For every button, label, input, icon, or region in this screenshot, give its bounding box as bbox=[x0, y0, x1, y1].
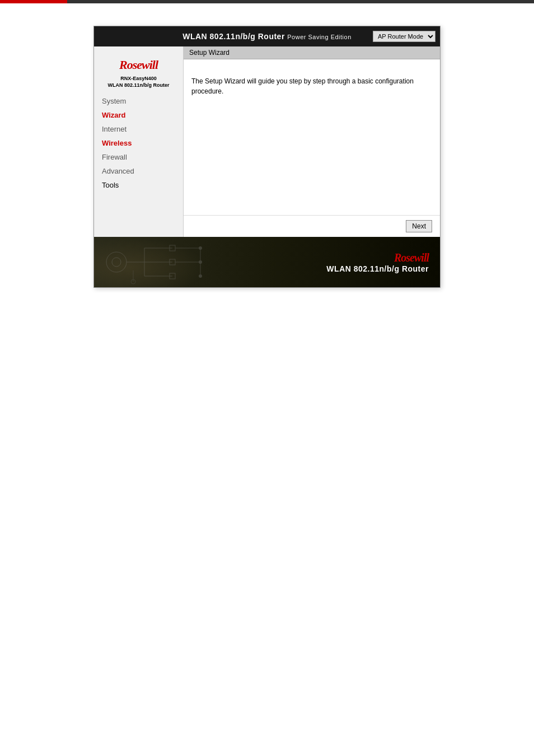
footer-logo-r: R bbox=[394, 251, 401, 264]
sidebar-item-system-label: System bbox=[102, 97, 126, 105]
footer-brand: Rosewill WLAN 802.11n/b/g Router bbox=[326, 251, 429, 273]
footer-circuit-decoration bbox=[100, 237, 245, 287]
sidebar-item-firewall[interactable]: Firewall bbox=[94, 150, 183, 164]
router-title-small: Power Saving Edition bbox=[287, 34, 352, 40]
sidebar-item-advanced[interactable]: Advanced bbox=[94, 164, 183, 178]
model-line2: WLAN 802.11n/b/g Router bbox=[107, 82, 169, 88]
sidebar: Rosewill RNX-EasyN400 WLAN 802.11n/b/g R… bbox=[94, 46, 184, 237]
svg-point-16 bbox=[199, 274, 202, 278]
sidebar-nav: System Wizard Internet Wireless Firewall bbox=[94, 94, 183, 192]
router-header-title: WLAN 802.11n/b/g Router Power Saving Edi… bbox=[182, 32, 352, 41]
sidebar-item-firewall-label: Firewall bbox=[102, 153, 127, 161]
rosewill-logo: Rosewill bbox=[100, 58, 177, 72]
logo-r: R bbox=[119, 58, 127, 72]
main-content: Setup Wizard The Setup Wizard will guide… bbox=[184, 46, 440, 237]
svg-point-14 bbox=[199, 246, 202, 250]
sidebar-item-wizard[interactable]: Wizard bbox=[94, 108, 183, 122]
content-area: The Setup Wizard will guide you step by … bbox=[184, 59, 440, 215]
svg-point-0 bbox=[106, 252, 127, 272]
next-button[interactable]: Next bbox=[406, 220, 432, 232]
svg-point-15 bbox=[199, 260, 202, 264]
sidebar-item-internet-label: Internet bbox=[102, 125, 127, 133]
sidebar-item-wireless[interactable]: Wireless bbox=[94, 136, 183, 150]
footer-router-text: WLAN 802.11n/b/g Router bbox=[326, 264, 429, 273]
router-footer: Rosewill WLAN 802.11n/b/g Router bbox=[94, 237, 440, 287]
sidebar-item-wireless-label: Wireless bbox=[102, 139, 132, 147]
sidebar-item-tools[interactable]: Tools bbox=[94, 178, 183, 192]
page-wrapper: WLAN 802.11n/b/g Router Power Saving Edi… bbox=[0, 3, 534, 310]
content-description: The Setup Wizard will guide you step by … bbox=[191, 76, 432, 96]
mode-select[interactable]: AP Router ModeAP ModeClient Mode bbox=[373, 31, 435, 42]
mode-select-wrapper[interactable]: AP Router ModeAP ModeClient Mode bbox=[373, 31, 435, 42]
sidebar-subtitle: RNX-EasyN400 WLAN 802.11n/b/g Router bbox=[94, 74, 183, 94]
sidebar-item-advanced-label: Advanced bbox=[102, 167, 134, 175]
sidebar-logo: Rosewill bbox=[94, 52, 183, 74]
model-line1: RNX-EasyN400 bbox=[120, 76, 157, 81]
router-header: WLAN 802.11n/b/g Router Power Saving Edi… bbox=[94, 26, 440, 46]
sidebar-item-wizard-label: Wizard bbox=[102, 111, 126, 119]
section-title-bar: Setup Wizard bbox=[184, 46, 440, 59]
section-title: Setup Wizard bbox=[189, 49, 229, 57]
router-title-bold: WLAN 802.11n/b/g Router bbox=[182, 32, 285, 41]
content-footer: Next bbox=[184, 215, 440, 237]
logo-rest: osewill bbox=[127, 58, 158, 72]
router-body: Rosewill RNX-EasyN400 WLAN 802.11n/b/g R… bbox=[94, 46, 440, 237]
footer-logo-rest: osewill bbox=[401, 251, 429, 264]
router-ui: WLAN 802.11n/b/g Router Power Saving Edi… bbox=[93, 26, 441, 288]
footer-rosewill-logo: Rosewill bbox=[326, 251, 429, 264]
sidebar-item-system[interactable]: System bbox=[94, 94, 183, 108]
sidebar-item-tools-label: Tools bbox=[102, 181, 119, 189]
top-bar bbox=[0, 0, 534, 3]
sidebar-item-internet[interactable]: Internet bbox=[94, 122, 183, 136]
svg-point-1 bbox=[112, 258, 121, 267]
